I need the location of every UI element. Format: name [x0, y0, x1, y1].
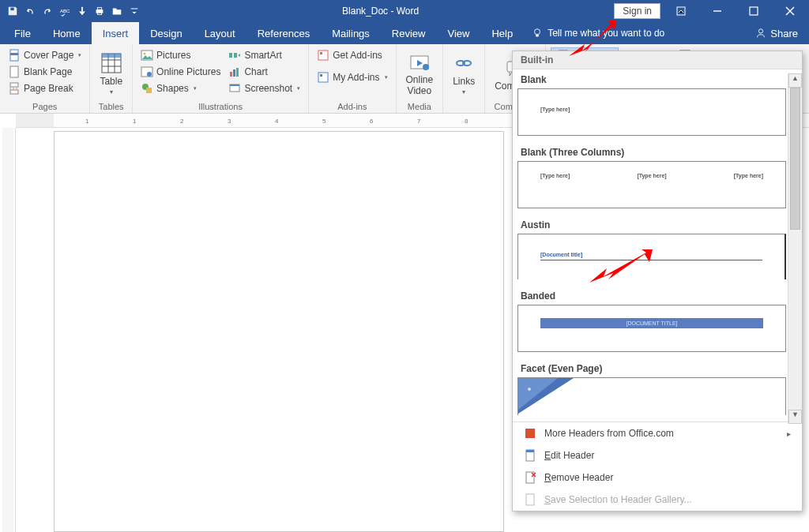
edit-header-button[interactable]: Edit Header	[513, 444, 802, 466]
tab-insert[interactable]: Insert	[92, 22, 140, 44]
qat-customize-icon[interactable]	[126, 3, 142, 19]
touch-icon[interactable]	[74, 3, 90, 19]
svg-text:6: 6	[370, 118, 374, 125]
svg-rect-7	[750, 7, 758, 15]
svg-text:4: 4	[275, 118, 279, 125]
vertical-ruler[interactable]	[0, 128, 16, 532]
save-icon[interactable]	[5, 3, 21, 19]
svg-rect-14	[10, 53, 18, 55]
group-tables: Table▾ Tables	[90, 44, 133, 113]
document-title: Blank_Doc - Word	[147, 6, 614, 17]
my-addins-button[interactable]: My Add-ins▾	[314, 69, 390, 85]
svg-text:7: 7	[417, 118, 421, 125]
online-video-button[interactable]: Online Video	[401, 47, 438, 100]
gallery-item-banded[interactable]: [DOCUMENT TITLE]	[517, 305, 786, 352]
ribbon-display-icon[interactable]	[665, 1, 697, 21]
spell-icon[interactable]: ABC	[57, 3, 73, 19]
save-to-gallery-button: Save Selection to Header Gallery...	[513, 489, 802, 511]
svg-rect-38	[318, 51, 328, 60]
gallery-item-austin[interactable]: [Document title]	[517, 234, 786, 279]
gallery-item-facet[interactable]	[517, 377, 786, 415]
svg-point-12	[759, 29, 763, 33]
close-icon[interactable]	[774, 1, 806, 21]
tell-me-search[interactable]: Tell me what you want to do	[524, 22, 672, 44]
page-break-button[interactable]: Page Break	[5, 81, 85, 96]
svg-rect-77	[526, 494, 534, 505]
pictures-button[interactable]: Pictures	[137, 47, 224, 63]
redo-icon[interactable]	[40, 3, 55, 19]
screenshot-button[interactable]: Screenshot▾	[225, 81, 303, 96]
svg-rect-16	[10, 83, 18, 87]
svg-rect-40	[318, 73, 328, 82]
chart-button[interactable]: Chart	[225, 64, 303, 80]
scroll-down-icon[interactable]: ▼	[788, 410, 802, 424]
scroll-up-icon[interactable]: ▲	[788, 73, 802, 88]
quick-access-toolbar: ABC	[0, 3, 147, 19]
svg-rect-35	[236, 68, 239, 77]
gallery-item-facet-label: Facet (Even Page)	[517, 358, 786, 377]
svg-rect-15	[10, 66, 18, 77]
tab-layout[interactable]: Layout	[194, 22, 246, 44]
svg-point-10	[535, 29, 540, 35]
svg-rect-34	[233, 69, 235, 77]
tab-home[interactable]: Home	[42, 22, 92, 44]
group-label-media: Media	[401, 100, 438, 111]
tab-review[interactable]: Review	[381, 22, 437, 44]
tab-design[interactable]: Design	[139, 22, 193, 44]
group-addins: Get Add-ins My Add-ins▾ Add-ins	[309, 44, 396, 113]
title-bar: ABC Blank_Doc - Word Sign in	[0, 0, 809, 22]
maximize-icon[interactable]	[738, 1, 769, 21]
svg-marker-69	[518, 378, 558, 410]
tab-references[interactable]: References	[246, 22, 321, 44]
gallery-item-blank-label: Blank	[517, 69, 786, 88]
svg-point-26	[144, 53, 146, 55]
table-button[interactable]: Table▾	[95, 47, 127, 100]
tabs-bar: File Home Insert Design Layout Reference…	[0, 22, 809, 44]
gallery-item-three-columns[interactable]: [Type here] [Type here] [Type here]	[517, 161, 786, 208]
svg-text:1: 1	[133, 118, 137, 125]
svg-point-43	[423, 64, 429, 70]
tab-file[interactable]: File	[3, 22, 42, 44]
tab-view[interactable]: View	[436, 22, 480, 44]
svg-text:ABC: ABC	[60, 8, 70, 13]
group-label-tables: Tables	[95, 100, 127, 111]
group-media: Online Video Media	[397, 44, 444, 113]
svg-rect-37	[230, 84, 239, 86]
blank-page-button[interactable]: Blank Page	[5, 64, 85, 80]
minimize-icon[interactable]	[702, 1, 733, 21]
folder-icon[interactable]	[109, 3, 125, 19]
svg-text:3: 3	[228, 118, 231, 125]
more-headers-button[interactable]: More Headers from Office.com	[513, 422, 802, 444]
gallery-item-blank[interactable]: [Type here]	[517, 88, 786, 136]
share-button[interactable]: Share	[744, 22, 809, 44]
gallery-list: Blank [Type here] Blank (Three Columns) …	[513, 69, 802, 421]
remove-header-button[interactable]: Remove Header	[513, 466, 802, 489]
links-button[interactable]: Links▾	[448, 47, 480, 100]
cover-page-button[interactable]: Cover Page▾	[5, 47, 85, 63]
page-canvas[interactable]	[54, 131, 504, 532]
tab-help[interactable]: Help	[480, 22, 524, 44]
svg-text:1: 1	[85, 118, 89, 125]
sign-in-button[interactable]: Sign in	[614, 3, 660, 19]
remove-icon	[524, 471, 536, 484]
share-icon	[755, 28, 766, 39]
gallery-menu: More Headers from Office.com Edit Header…	[513, 421, 802, 511]
smartart-button[interactable]: SmartArt	[225, 47, 303, 63]
undo-icon[interactable]	[22, 3, 38, 19]
scroll-thumb[interactable]	[790, 88, 800, 230]
group-illustrations: Pictures Online Pictures Shapes▾ SmartAr…	[133, 44, 309, 113]
tab-mailings[interactable]: Mailings	[321, 22, 381, 44]
print-icon[interactable]	[92, 3, 107, 19]
svg-rect-17	[10, 90, 18, 94]
gallery-scrollbar[interactable]: ▲ ▼	[788, 73, 802, 424]
svg-point-28	[147, 72, 152, 77]
get-addins-button[interactable]: Get Add-ins	[314, 47, 390, 63]
svg-rect-39	[320, 52, 322, 54]
group-label-addins: Add-ins	[314, 100, 390, 111]
save-selection-icon	[524, 493, 536, 506]
shapes-button[interactable]: Shapes▾	[137, 81, 224, 96]
svg-rect-4	[97, 13, 101, 15]
svg-text:5: 5	[322, 118, 326, 125]
svg-rect-11	[536, 35, 539, 37]
online-pictures-button[interactable]: Online Pictures	[137, 64, 224, 80]
